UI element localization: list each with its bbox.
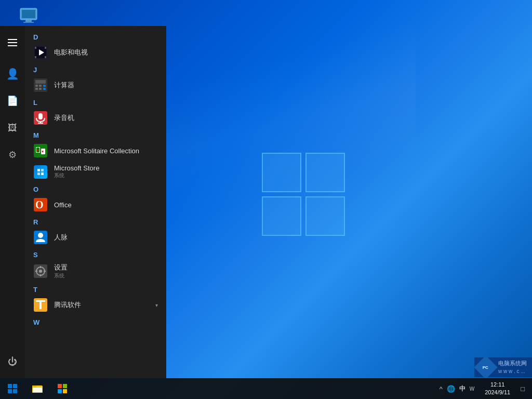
svg-rect-53 <box>63 384 67 388</box>
svg-rect-29 <box>37 169 40 171</box>
tray-network[interactable]: 🌐 <box>446 384 456 394</box>
tray-input-method[interactable]: 中 <box>458 383 467 394</box>
start-menu-sidebar: 👤 📄 🖼 ⚙ ⏻ <box>0 26 25 378</box>
office-name: Office <box>54 201 72 209</box>
tray-chevron[interactable]: ^ <box>438 384 444 394</box>
svg-rect-30 <box>41 169 44 171</box>
solitaire-icon: ♠ ♥ <box>33 143 48 158</box>
svg-rect-31 <box>37 172 40 175</box>
user-icon: 👤 <box>6 68 19 80</box>
office-icon: O <box>33 197 48 212</box>
svg-text:O: O <box>35 199 44 210</box>
section-letter-w: W <box>25 315 166 327</box>
watermark-url: w w w . c ... <box>498 368 527 375</box>
svg-rect-43 <box>44 271 46 272</box>
documents-icon: 📄 <box>7 95 18 107</box>
svg-rect-1 <box>22 10 35 18</box>
movie-tv-icon <box>33 45 48 60</box>
watermark-diamond-text: PC <box>483 365 488 370</box>
section-letter-t: T <box>25 283 166 295</box>
tencent-expand-arrow: ▾ <box>155 302 158 308</box>
section-letter-d: D <box>25 30 166 42</box>
start-windows-icon <box>8 384 17 393</box>
hamburger-menu[interactable] <box>0 30 25 55</box>
sidebar-documents[interactable]: 📄 <box>0 88 25 113</box>
app-item-recorder[interactable]: 录音机 <box>25 108 166 128</box>
sidebar-user[interactable]: 👤 <box>0 61 25 86</box>
calculator-name: 计算器 <box>54 81 74 90</box>
apps-list: D 电影和电视 J <box>25 26 166 378</box>
watermark-text-block: 电脑系统网 w w w . c ... <box>498 360 527 375</box>
recorder-icon <box>33 111 48 125</box>
section-letter-s: S <box>25 248 166 260</box>
watermark-site: 电脑系统网 <box>498 360 527 367</box>
settings-app-icon <box>33 264 48 278</box>
section-letter-l: L <box>25 96 166 108</box>
logo-pane-bl <box>262 196 301 236</box>
app-item-contacts[interactable]: 人脉 <box>25 227 166 248</box>
watermark-diamond: PC <box>474 355 497 379</box>
sidebar-power[interactable]: ⏻ <box>0 349 25 374</box>
svg-rect-2 <box>25 20 32 22</box>
section-letter-r: R <box>25 215 166 227</box>
svg-text:♥: ♥ <box>42 150 44 153</box>
app-item-office[interactable]: O Office <box>25 194 166 215</box>
start-menu: 👤 📄 🖼 ⚙ ⏻ D <box>0 26 166 378</box>
tray-icons: ^ 🌐 中 W <box>436 383 478 394</box>
office-name-wrap: Office <box>54 201 72 209</box>
svg-rect-23 <box>34 144 47 157</box>
logo-pane-tr <box>305 153 345 192</box>
svg-rect-54 <box>58 389 62 393</box>
tray-notifications[interactable]: □ <box>517 385 528 393</box>
taskbar-clock[interactable]: 12:11 2024/9/11 <box>481 381 514 397</box>
app-item-tencent[interactable]: 腾讯软件 ▾ <box>25 295 166 315</box>
app-item-movie-tv[interactable]: 电影和电视 <box>25 42 166 63</box>
start-button[interactable] <box>0 378 25 399</box>
contacts-name: 人脉 <box>54 233 68 242</box>
svg-rect-12 <box>35 80 46 84</box>
settings-sub: 系统 <box>54 272 68 280</box>
calculator-icon <box>33 78 48 92</box>
recorder-name-wrap: 录音机 <box>54 113 74 123</box>
sidebar-settings[interactable]: ⚙ <box>0 142 25 167</box>
recorder-name: 录音机 <box>54 113 74 123</box>
sidebar-photos[interactable]: 🖼 <box>0 115 25 140</box>
svg-rect-41 <box>40 274 41 276</box>
taskbar: ^ 🌐 中 W 12:11 2024/9/11 □ <box>0 378 532 399</box>
svg-rect-3 <box>23 22 34 23</box>
tray-locale[interactable]: W <box>469 385 475 393</box>
taskbar-store-icon <box>57 383 68 394</box>
this-pc-icon <box>18 5 39 26</box>
watermark: PC 电脑系统网 w w w . c ... <box>474 357 532 377</box>
svg-rect-52 <box>58 384 62 388</box>
section-letter-j: J <box>25 63 166 75</box>
windows-logo-desktop <box>262 153 355 246</box>
file-explorer-icon <box>32 383 43 394</box>
contacts-icon <box>33 230 48 245</box>
svg-rect-15 <box>43 85 46 87</box>
solitaire-name: Microsoft Solitaire Collection <box>54 147 139 155</box>
app-item-calculator[interactable]: 计算器 <box>25 75 166 96</box>
app-item-solitaire[interactable]: ♠ ♥ Microsoft Solitaire Collection <box>25 140 166 161</box>
section-letter-o: O <box>25 182 166 194</box>
section-letter-m: M <box>25 128 166 140</box>
taskbar-file-explorer[interactable] <box>25 378 50 399</box>
svg-rect-13 <box>35 85 38 87</box>
svg-rect-40 <box>40 266 41 268</box>
taskbar-ms-store[interactable] <box>50 378 75 399</box>
settings-icon: ⚙ <box>8 149 17 161</box>
movie-tv-name-wrap: 电影和电视 <box>54 48 88 57</box>
settings-name-wrap: 设置 系统 <box>54 263 68 280</box>
ms-store-icon <box>33 165 48 179</box>
tencent-name-wrap: 腾讯软件 <box>54 300 81 310</box>
app-item-ms-store[interactable]: Microsoft Store 系统 <box>25 161 166 182</box>
app-item-settings[interactable]: 设置 系统 <box>25 260 166 283</box>
svg-rect-32 <box>41 172 44 175</box>
logo-pane-br <box>305 196 345 236</box>
power-icon: ⏻ <box>8 356 17 367</box>
taskbar-date: 2024/9/11 <box>485 389 510 396</box>
svg-rect-18 <box>43 88 46 90</box>
svg-rect-7 <box>35 47 36 49</box>
taskbar-time: 12:11 <box>490 381 505 389</box>
ms-store-name: Microsoft Store <box>54 164 99 172</box>
